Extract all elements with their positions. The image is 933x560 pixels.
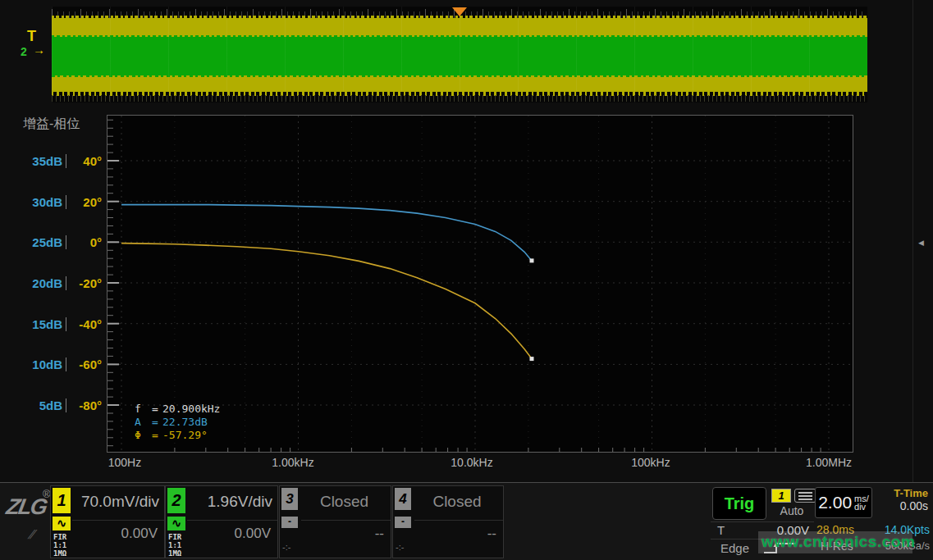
cursor-readout: f=20.900kHz A=22.73dB Φ=-57.29° xyxy=(135,403,220,442)
channel3-offset: -- xyxy=(375,526,384,542)
channel3-coupling-icon[interactable]: - xyxy=(281,517,298,528)
axis-separator xyxy=(66,398,66,412)
channel3-scale: Closed xyxy=(303,493,386,511)
channel4-panel[interactable]: 4 Closed - -- -:- xyxy=(392,485,504,558)
axis-separator xyxy=(66,317,66,331)
right-panel-divider xyxy=(912,0,913,482)
channel3-badge[interactable]: 3 xyxy=(281,488,298,510)
x-tick-label: 100Hz xyxy=(108,456,141,469)
divider xyxy=(187,520,277,521)
divider xyxy=(301,520,391,521)
bode-plot-canvas xyxy=(107,116,853,452)
x-tick-label: 1.00kHz xyxy=(272,456,313,469)
oscilloscope-screen: T 2 → 增益-相位 35dB40° 30dB20° 25dB0° 20dB-… xyxy=(0,0,933,560)
phase-readout: Φ=-57.29° xyxy=(135,429,220,442)
channel4-badge[interactable]: 4 xyxy=(395,488,411,510)
channel4-sub-status: -:- xyxy=(396,542,404,552)
phase-tick-label: -20° xyxy=(69,276,102,290)
trigger-level-label: T xyxy=(717,523,725,537)
channel1-offset: 0.00V xyxy=(121,526,158,542)
channel1-coupling-icon[interactable]: ∿ xyxy=(53,517,71,530)
hatch-icon: ⫽ xyxy=(26,527,39,542)
y-axis-row: 20dB-20° xyxy=(21,274,102,292)
gain-tick-label: 15dB xyxy=(23,317,62,331)
gain-tick-label: 20dB xyxy=(23,276,62,290)
trigger-position-marker-icon[interactable] xyxy=(452,7,467,16)
phase-tick-label: -60° xyxy=(69,357,102,371)
channel2-badge[interactable]: 2 xyxy=(167,488,185,513)
divider xyxy=(711,521,814,522)
gain-tick-label: 25dB xyxy=(23,235,62,249)
trigger-status-button[interactable]: Trig xyxy=(712,487,766,520)
frequency-readout: f=20.900kHz xyxy=(135,403,220,416)
trigger-source-badge[interactable]: 1 xyxy=(771,489,791,503)
channel2-panel[interactable]: 2 1.96V/div ∿ FIR1:11MΩ 0.00V xyxy=(165,485,278,558)
channel3-sub-status: -:- xyxy=(282,542,290,552)
waveform-overview[interactable] xyxy=(52,7,867,102)
trigger-coupling-icon[interactable] xyxy=(794,489,816,503)
t-time-value: 0.00s xyxy=(900,499,928,512)
axis-separator xyxy=(66,357,66,371)
channel1-panel[interactable]: 1 70.0mV/div ∿ FIR1:11MΩ 0.00V xyxy=(50,485,165,558)
gain-readout: A=22.73dB xyxy=(135,416,220,429)
watermark: www.cntronics.com xyxy=(761,533,915,551)
phase-tick-label: 40° xyxy=(69,154,102,168)
gain-tick-label: 10dB xyxy=(23,357,62,371)
y-axis-row: 5dB-80° xyxy=(21,396,102,414)
panel-expand-arrow-icon[interactable]: ◀ xyxy=(918,239,924,247)
brand-logo: ZLG xyxy=(4,494,48,520)
y-axis-row: 15dB-40° xyxy=(21,315,102,333)
timebase-button[interactable]: 2.00 ms/div xyxy=(815,487,872,518)
channel4-coupling-icon[interactable]: - xyxy=(395,517,411,528)
channel2-offset: 0.00V xyxy=(235,526,271,542)
x-tick-label: 1.00MHz xyxy=(806,456,852,469)
channel1-scale: 70.0mV/div xyxy=(74,493,159,511)
x-tick-label: 10.0kHz xyxy=(450,456,492,469)
phase-tick-label: -80° xyxy=(69,398,102,412)
channel2-scale: 1.96V/div xyxy=(189,493,272,511)
channel4-scale: Closed xyxy=(416,493,498,511)
timebase-value: 2.00 xyxy=(818,493,852,512)
timebase-unit: ms/div xyxy=(854,494,869,511)
channel2-probe-info: FIR1:11MΩ xyxy=(168,533,181,558)
x-tick-label: 100kHz xyxy=(631,456,670,469)
horizontal-division-lines xyxy=(52,7,867,102)
t-time-label: T-Time xyxy=(894,487,928,499)
divider xyxy=(414,520,503,521)
trigger-mode[interactable]: Auto xyxy=(768,504,816,517)
gain-tick-label: 30dB xyxy=(23,195,62,209)
channel3-panel[interactable]: 3 Closed - -- -:- xyxy=(279,485,391,558)
axis-separator xyxy=(66,235,66,249)
trigger-type[interactable]: Edge xyxy=(720,541,749,555)
phase-tick-label: -40° xyxy=(69,317,102,331)
bode-plot-title: 增益-相位 xyxy=(23,116,80,133)
channel2-coupling-icon[interactable]: ∿ xyxy=(167,517,185,530)
axis-separator xyxy=(66,276,66,290)
gain-tick-label: 35dB xyxy=(23,154,62,168)
y-axis-row: 30dB20° xyxy=(21,193,102,211)
channel2-position-marker[interactable]: 2 xyxy=(21,45,27,58)
divider xyxy=(72,520,164,521)
y-axis-row: 10dB-60° xyxy=(21,355,102,373)
y-axis-row: 35dB40° xyxy=(21,152,102,170)
channel4-offset: -- xyxy=(487,526,496,542)
y-axis-row: 25dB0° xyxy=(21,233,102,251)
channel1-position-arrow-icon[interactable]: → xyxy=(33,43,45,57)
channel1-probe-info: FIR1:11MΩ xyxy=(53,533,66,558)
phase-tick-label: 20° xyxy=(69,195,102,209)
channel1-badge[interactable]: 1 xyxy=(53,488,71,513)
bottom-ruler-ticks xyxy=(52,95,867,102)
phase-tick-label: 0° xyxy=(69,235,102,249)
axis-separator xyxy=(66,195,66,209)
axis-separator xyxy=(66,154,66,168)
gain-tick-label: 5dB xyxy=(23,398,62,412)
